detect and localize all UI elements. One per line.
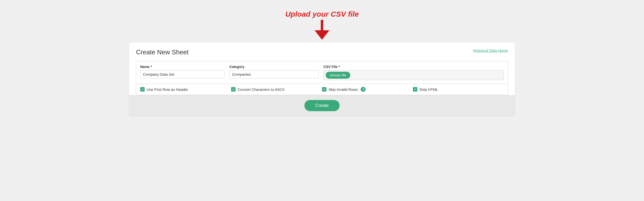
checkbox-convert-characters-label: Convert Characters to ASCII (238, 87, 284, 92)
form-top-row: Name * Category CSV File * choose file (136, 61, 508, 84)
checkbox-skip-invalid-rows-box[interactable] (322, 87, 326, 92)
historical-data-home-link[interactable]: Historical Data Home (473, 48, 508, 53)
arrow-down-icon (314, 20, 330, 40)
name-label: Name * (140, 65, 224, 69)
csv-file-area: choose file (324, 70, 504, 80)
category-input[interactable] (229, 70, 318, 78)
form-footer: Create (129, 95, 515, 116)
csv-file-group: CSV File * choose file (324, 65, 504, 80)
name-input[interactable] (140, 70, 224, 78)
category-label: Category (229, 65, 318, 69)
checkbox-use-first-row-box[interactable] (140, 87, 145, 92)
checkboxes-row: Use First Row as Header Convert Characte… (136, 84, 508, 95)
checkbox-convert-characters-box[interactable] (231, 87, 236, 92)
category-group: Category (229, 65, 318, 78)
checkbox-use-first-row-label: Use First Row as Header (147, 87, 188, 92)
page-wrapper: Upload your CSV file Create New Sheet Hi… (129, 10, 515, 116)
name-group: Name * (140, 65, 224, 78)
checkbox-strip-html-label: Strip HTML (419, 87, 438, 92)
upload-annotation: Upload your CSV file (129, 10, 515, 40)
checkbox-skip-invalid-rows-label: Skip Invalid Rows (328, 87, 358, 92)
checkbox-strip-html-box[interactable] (413, 87, 417, 92)
choose-file-button[interactable]: choose file (326, 72, 350, 79)
checkbox-skip-invalid-rows: Skip Invalid Rows ? (322, 87, 413, 92)
checkbox-convert-characters: Convert Characters to ASCII (231, 87, 322, 92)
skip-invalid-rows-help-icon[interactable]: ? (361, 87, 366, 92)
checkbox-strip-html: Strip HTML (413, 87, 504, 92)
annotation-title: Upload your CSV file (285, 10, 359, 18)
main-card: Create New Sheet Historical Data Home Na… (129, 42, 515, 116)
checkbox-use-first-row: Use First Row as Header (140, 87, 231, 92)
page-title: Create New Sheet (136, 48, 508, 56)
create-button[interactable]: Create (304, 100, 340, 111)
svg-marker-1 (314, 30, 330, 40)
csv-file-label: CSV File * (324, 65, 504, 69)
